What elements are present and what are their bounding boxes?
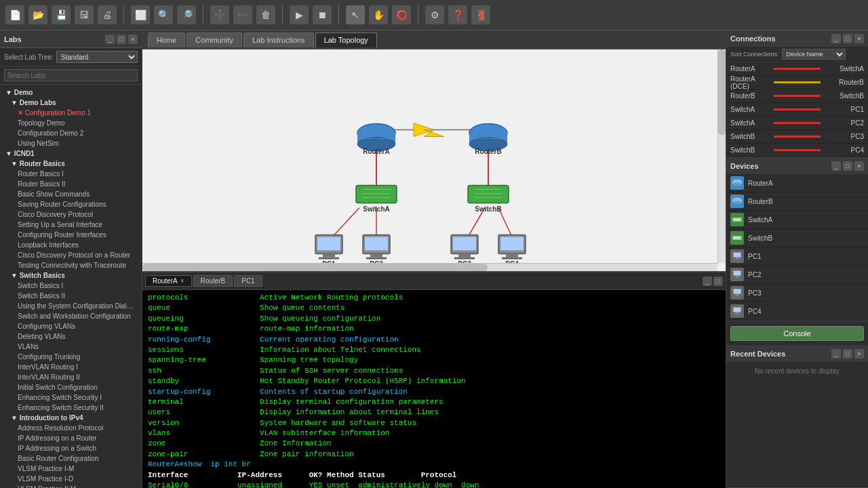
conn-minimize-btn[interactable]: _ bbox=[831, 34, 841, 43]
tab-lab-instructions[interactable]: Lab Instructions bbox=[243, 33, 314, 47]
tree-item[interactable]: Setting Up a Serial Interface bbox=[0, 220, 142, 230]
tree-item[interactable]: Testing Connectivity with Traceroute bbox=[0, 260, 142, 270]
device-row-switchb[interactable]: SwitchB bbox=[726, 229, 868, 247]
print-icon[interactable]: 🖨 bbox=[98, 5, 117, 24]
zoom-in-icon[interactable]: 🔍 bbox=[154, 5, 173, 24]
tree-item[interactable]: Saving Router Configurations bbox=[0, 199, 142, 209]
tree-item[interactable]: VLSM Practice I-D bbox=[0, 474, 142, 484]
tree-item[interactable]: Configuring Router Interfaces bbox=[0, 230, 142, 240]
tree-item[interactable]: Initial Switch Configuration bbox=[0, 382, 142, 392]
conn-close-btn[interactable]: × bbox=[854, 34, 864, 43]
move-icon[interactable]: ✋ bbox=[369, 5, 388, 24]
recent-close-btn[interactable]: × bbox=[854, 349, 864, 359]
dev-restore-btn[interactable]: □ bbox=[843, 161, 852, 171]
tree-item[interactable]: InterVLAN Routing I bbox=[0, 362, 142, 372]
tree-item[interactable]: Enhancing Switch Security I bbox=[0, 392, 142, 403]
topology-canvas[interactable]: RouterA RouterB Swit bbox=[142, 49, 726, 271]
tree-group-ipv4[interactable]: ▼ Introduction to IPv4 bbox=[0, 413, 142, 423]
tree-item[interactable]: InterVLAN Routing II bbox=[0, 372, 142, 382]
help-icon[interactable]: ❓ bbox=[448, 5, 467, 24]
zoom-area-icon[interactable]: ⬜ bbox=[131, 5, 150, 24]
tree-item[interactable]: ✕ Configuration Demo 1 bbox=[0, 108, 142, 118]
sidebar-restore-btn[interactable]: □ bbox=[117, 35, 126, 44]
console-restore-btn[interactable]: □ bbox=[713, 277, 723, 286]
tree-item[interactable]: Basic Router Configuration bbox=[0, 453, 142, 464]
stop-icon[interactable]: ⏹ bbox=[313, 5, 332, 24]
device-row-routerb[interactable]: RouterB bbox=[726, 192, 868, 211]
console-button[interactable]: Console bbox=[730, 326, 864, 341]
tree-item[interactable]: Configuration Demo 2 bbox=[0, 128, 142, 138]
logout-icon[interactable]: 🚪 bbox=[471, 5, 490, 24]
conn-restore-btn[interactable]: □ bbox=[843, 34, 852, 43]
console-minimize-btn[interactable]: _ bbox=[703, 277, 712, 286]
tree-item[interactable]: VLSM Practice I-M bbox=[0, 464, 142, 474]
dev-minimize-btn[interactable]: _ bbox=[831, 161, 841, 171]
tree-item[interactable]: Using the System Configuration Dialog fo… bbox=[0, 301, 142, 311]
tree-item[interactable]: VLANs bbox=[0, 342, 142, 352]
device-row-pc2[interactable]: PC2 bbox=[726, 266, 868, 284]
play-icon[interactable]: ▶ bbox=[290, 5, 309, 24]
tree-group-routerbasics[interactable]: ▼ Router Basics bbox=[0, 159, 142, 169]
console-tab-routerb[interactable]: RouterB bbox=[193, 275, 233, 287]
device-row-switcha[interactable]: SwitchA bbox=[726, 211, 868, 229]
console-tab-routera[interactable]: RouterA × bbox=[145, 275, 192, 287]
tree-item[interactable]: Cisco Discovery Protocol bbox=[0, 209, 142, 220]
h-scrollbar[interactable] bbox=[142, 263, 717, 271]
tree-item[interactable]: Topology Demo bbox=[0, 118, 142, 128]
console-output[interactable]: protocols Active Network Routing protoco… bbox=[142, 290, 726, 488]
tab-lab-topology[interactable]: Lab Topology bbox=[315, 33, 377, 47]
tree-group-demolabs[interactable]: ▼ Demo Labs bbox=[0, 98, 142, 108]
tree-group-switchbasics[interactable]: ▼ Switch Basics bbox=[0, 270, 142, 281]
tree-item[interactable]: Switch Basics II bbox=[0, 291, 142, 301]
recent-restore-btn[interactable]: □ bbox=[843, 349, 852, 359]
open-icon[interactable]: 📂 bbox=[28, 5, 47, 24]
sidebar-minimize-btn[interactable]: _ bbox=[105, 35, 115, 44]
tree-group-demo[interactable]: ▼ Demo bbox=[0, 87, 142, 98]
dev-close-btn[interactable]: × bbox=[854, 161, 864, 171]
recent-minimize-btn[interactable]: _ bbox=[831, 349, 841, 359]
tree-item[interactable]: VLSM Practice II-M bbox=[0, 484, 142, 488]
tree-item[interactable]: IP Addressing on a Router bbox=[0, 433, 142, 443]
device-row-pc3[interactable]: PC3 bbox=[726, 284, 868, 302]
tree-item[interactable]: Address Resolution Protocol bbox=[0, 423, 142, 433]
tree-item[interactable]: Configuring VLANs bbox=[0, 321, 142, 331]
tree-item[interactable]: Switch and Workstation Configuration bbox=[0, 311, 142, 321]
tree-group-icnd1[interactable]: ▼ ICND1 bbox=[0, 148, 142, 159]
tree-item[interactable]: Router Basics I bbox=[0, 169, 142, 179]
save-icon[interactable]: 💾 bbox=[52, 5, 71, 24]
tree-item[interactable]: Cisco Discovery Protocol on a Router bbox=[0, 250, 142, 260]
tree-item[interactable]: Using NetSim bbox=[0, 138, 142, 148]
delete-icon[interactable]: 🗑 bbox=[256, 5, 275, 24]
conn-from: RouterA (DCE) bbox=[730, 75, 771, 90]
remove-icon[interactable]: ➖ bbox=[233, 5, 252, 24]
tree-item[interactable]: Enhancing Switch Security II bbox=[0, 403, 142, 413]
tree-item[interactable]: Loopback Interfaces bbox=[0, 240, 142, 250]
add-connection-icon[interactable]: ➕ bbox=[210, 5, 229, 24]
select-lab-dropdown[interactable]: Standard bbox=[56, 51, 138, 63]
tree-item[interactable]: Switch Basics I bbox=[0, 281, 142, 291]
zoom-out-icon[interactable]: 🔎 bbox=[177, 5, 196, 24]
tree-item[interactable]: Configuring Trunking bbox=[0, 352, 142, 362]
new-file-icon[interactable]: 📄 bbox=[5, 5, 24, 24]
tree-item[interactable]: Router Basics II bbox=[0, 179, 142, 189]
tab-community[interactable]: Community bbox=[186, 33, 242, 47]
select-icon[interactable]: ↖ bbox=[346, 5, 365, 24]
svg-text:SwitchB: SwitchB bbox=[475, 205, 501, 213]
tree-item[interactable]: IP Addressing on a Switch bbox=[0, 443, 142, 453]
tab-home[interactable]: Home bbox=[148, 33, 185, 47]
v-scrollbar[interactable] bbox=[717, 49, 726, 263]
console-tab-close[interactable]: × bbox=[180, 277, 184, 285]
device-row-pc4[interactable]: PC4 bbox=[726, 302, 868, 321]
device-row-pc1[interactable]: PC1 bbox=[726, 247, 868, 266]
oval-icon[interactable]: ⭕ bbox=[392, 5, 411, 24]
sidebar-close-btn[interactable]: × bbox=[128, 35, 138, 44]
save-as-icon[interactable]: 🖫 bbox=[75, 5, 94, 24]
console-tab-pc1[interactable]: PC1 bbox=[234, 275, 262, 287]
search-input[interactable] bbox=[4, 69, 138, 81]
tree-item[interactable]: Deleting VLANs bbox=[0, 331, 142, 342]
tree-item[interactable]: Basic Show Commands bbox=[0, 189, 142, 199]
settings-icon[interactable]: ⚙ bbox=[425, 5, 444, 24]
conn-from: SwitchB bbox=[730, 146, 771, 154]
device-row-routera[interactable]: RouterA bbox=[726, 174, 868, 192]
sort-dropdown[interactable]: Device Name Connection Type bbox=[782, 49, 846, 60]
